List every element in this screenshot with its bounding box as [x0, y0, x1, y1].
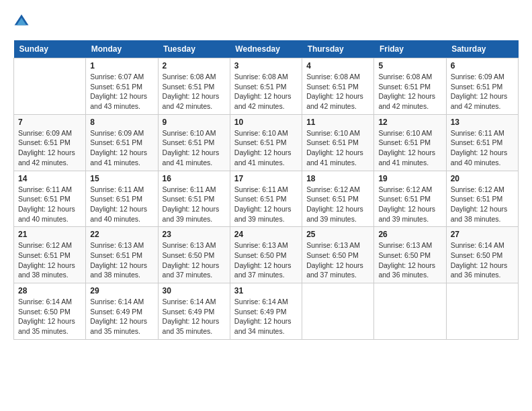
calendar-cell: 12Sunrise: 6:10 AMSunset: 6:51 PMDayligh… — [374, 114, 446, 171]
day-info: Sunrise: 6:11 AMSunset: 6:51 PMDaylight:… — [451, 128, 514, 168]
calendar-cell: 25Sunrise: 6:13 AMSunset: 6:50 PMDayligh… — [302, 227, 374, 283]
logo — [13, 13, 31, 30]
day-info: Sunrise: 6:10 AMSunset: 6:51 PMDaylight:… — [306, 128, 369, 168]
calendar-cell: 8Sunrise: 6:09 AMSunset: 6:51 PMDaylight… — [86, 114, 158, 171]
day-number: 20 — [451, 174, 514, 183]
day-info: Sunrise: 6:14 AMSunset: 6:50 PMDaylight:… — [18, 297, 81, 336]
day-info: Sunrise: 6:14 AMSunset: 6:50 PMDaylight:… — [451, 240, 514, 280]
day-number: 18 — [306, 174, 369, 183]
calendar-cell: 20Sunrise: 6:12 AMSunset: 6:51 PMDayligh… — [446, 171, 518, 227]
calendar-cell: 29Sunrise: 6:14 AMSunset: 6:49 PMDayligh… — [86, 283, 158, 340]
day-info: Sunrise: 6:13 AMSunset: 6:50 PMDaylight:… — [378, 240, 441, 280]
calendar-cell: 10Sunrise: 6:10 AMSunset: 6:51 PMDayligh… — [230, 114, 302, 171]
day-info: Sunrise: 6:10 AMSunset: 6:51 PMDaylight:… — [163, 128, 226, 168]
calendar-cell: 31Sunrise: 6:14 AMSunset: 6:49 PMDayligh… — [230, 283, 302, 340]
day-number: 30 — [163, 286, 226, 295]
day-number: 14 — [18, 174, 81, 183]
day-info: Sunrise: 6:08 AMSunset: 6:51 PMDaylight:… — [378, 72, 441, 111]
calendar-week-row: 14Sunrise: 6:11 AMSunset: 6:51 PMDayligh… — [14, 171, 519, 227]
calendar-cell — [446, 283, 518, 340]
day-number: 10 — [234, 118, 298, 127]
calendar-cell: 30Sunrise: 6:14 AMSunset: 6:49 PMDayligh… — [158, 283, 230, 340]
day-info: Sunrise: 6:13 AMSunset: 6:50 PMDaylight:… — [163, 240, 226, 280]
calendar-cell: 7Sunrise: 6:09 AMSunset: 6:51 PMDaylight… — [14, 114, 86, 171]
calendar-day-header: Friday — [374, 40, 446, 58]
calendar-day-header: Wednesday — [230, 40, 302, 58]
calendar-cell: 24Sunrise: 6:13 AMSunset: 6:50 PMDayligh… — [230, 227, 302, 283]
calendar-cell: 6Sunrise: 6:09 AMSunset: 6:51 PMDaylight… — [446, 58, 518, 115]
calendar-cell: 17Sunrise: 6:11 AMSunset: 6:51 PMDayligh… — [230, 171, 302, 227]
calendar-cell: 23Sunrise: 6:13 AMSunset: 6:50 PMDayligh… — [158, 227, 230, 283]
calendar-day-header: Thursday — [302, 40, 374, 58]
day-info: Sunrise: 6:10 AMSunset: 6:51 PMDaylight:… — [378, 128, 441, 168]
day-info: Sunrise: 6:10 AMSunset: 6:51 PMDaylight:… — [234, 128, 298, 168]
day-number: 17 — [234, 174, 298, 183]
day-number: 2 — [163, 61, 226, 71]
calendar-cell: 4Sunrise: 6:08 AMSunset: 6:51 PMDaylight… — [302, 58, 374, 115]
calendar-day-header: Tuesday — [158, 40, 230, 58]
day-info: Sunrise: 6:08 AMSunset: 6:51 PMDaylight:… — [163, 72, 226, 111]
calendar-cell: 5Sunrise: 6:08 AMSunset: 6:51 PMDaylight… — [374, 58, 446, 115]
day-number: 12 — [378, 118, 441, 127]
day-info: Sunrise: 6:13 AMSunset: 6:50 PMDaylight:… — [306, 240, 369, 280]
day-number: 16 — [163, 174, 226, 183]
day-info: Sunrise: 6:12 AMSunset: 6:51 PMDaylight:… — [306, 185, 369, 224]
calendar-cell: 3Sunrise: 6:08 AMSunset: 6:51 PMDaylight… — [230, 58, 302, 115]
day-number: 28 — [18, 286, 81, 295]
day-number: 29 — [90, 286, 153, 295]
day-number: 26 — [378, 230, 441, 239]
calendar-cell: 13Sunrise: 6:11 AMSunset: 6:51 PMDayligh… — [446, 114, 518, 171]
calendar-cell: 11Sunrise: 6:10 AMSunset: 6:51 PMDayligh… — [302, 114, 374, 171]
calendar-week-row: 1Sunrise: 6:07 AMSunset: 6:51 PMDaylight… — [14, 58, 519, 115]
calendar-day-header: Sunday — [14, 40, 86, 58]
day-info: Sunrise: 6:12 AMSunset: 6:51 PMDaylight:… — [378, 185, 441, 224]
calendar-cell — [374, 283, 446, 340]
calendar-cell: 22Sunrise: 6:13 AMSunset: 6:51 PMDayligh… — [86, 227, 158, 283]
day-info: Sunrise: 6:14 AMSunset: 6:49 PMDaylight:… — [234, 297, 298, 336]
calendar-cell: 1Sunrise: 6:07 AMSunset: 6:51 PMDaylight… — [86, 58, 158, 115]
day-number: 9 — [163, 118, 226, 127]
calendar-cell: 26Sunrise: 6:13 AMSunset: 6:50 PMDayligh… — [374, 227, 446, 283]
day-number: 21 — [18, 230, 81, 239]
calendar-cell: 14Sunrise: 6:11 AMSunset: 6:51 PMDayligh… — [14, 171, 86, 227]
day-number: 8 — [90, 118, 153, 127]
calendar-day-header: Monday — [86, 40, 158, 58]
calendar-cell: 2Sunrise: 6:08 AMSunset: 6:51 PMDaylight… — [158, 58, 230, 115]
day-info: Sunrise: 6:11 AMSunset: 6:51 PMDaylight:… — [234, 185, 298, 224]
day-number: 15 — [90, 174, 153, 183]
day-number: 25 — [306, 230, 369, 239]
calendar-cell: 21Sunrise: 6:12 AMSunset: 6:51 PMDayligh… — [14, 227, 86, 283]
calendar-cell: 15Sunrise: 6:11 AMSunset: 6:51 PMDayligh… — [86, 171, 158, 227]
day-info: Sunrise: 6:14 AMSunset: 6:49 PMDaylight:… — [90, 297, 153, 336]
day-info: Sunrise: 6:12 AMSunset: 6:51 PMDaylight:… — [451, 185, 514, 224]
day-info: Sunrise: 6:09 AMSunset: 6:51 PMDaylight:… — [18, 128, 81, 168]
logo-icon — [13, 13, 30, 30]
day-number: 19 — [378, 174, 441, 183]
day-number: 6 — [451, 61, 514, 71]
day-number: 24 — [234, 230, 298, 239]
day-number: 23 — [163, 230, 226, 239]
day-info: Sunrise: 6:13 AMSunset: 6:51 PMDaylight:… — [90, 240, 153, 280]
calendar-table: SundayMondayTuesdayWednesdayThursdayFrid… — [13, 40, 519, 340]
day-number: 5 — [378, 61, 441, 71]
day-info: Sunrise: 6:13 AMSunset: 6:50 PMDaylight:… — [234, 240, 298, 280]
calendar-day-header: Saturday — [446, 40, 518, 58]
day-number: 22 — [90, 230, 153, 239]
day-number: 11 — [306, 118, 369, 127]
calendar-header-row: SundayMondayTuesdayWednesdayThursdayFrid… — [14, 40, 519, 58]
day-number: 27 — [451, 230, 514, 239]
day-info: Sunrise: 6:11 AMSunset: 6:51 PMDaylight:… — [90, 185, 153, 224]
day-number: 1 — [90, 61, 153, 71]
day-info: Sunrise: 6:11 AMSunset: 6:51 PMDaylight:… — [18, 185, 81, 224]
day-number: 3 — [234, 61, 298, 71]
day-info: Sunrise: 6:08 AMSunset: 6:51 PMDaylight:… — [306, 72, 369, 111]
day-number: 13 — [451, 118, 514, 127]
calendar-cell — [302, 283, 374, 340]
day-info: Sunrise: 6:11 AMSunset: 6:51 PMDaylight:… — [163, 185, 226, 224]
calendar-cell: 9Sunrise: 6:10 AMSunset: 6:51 PMDaylight… — [158, 114, 230, 171]
calendar-cell: 18Sunrise: 6:12 AMSunset: 6:51 PMDayligh… — [302, 171, 374, 227]
page-header — [13, 13, 519, 30]
calendar-cell: 16Sunrise: 6:11 AMSunset: 6:51 PMDayligh… — [158, 171, 230, 227]
calendar-cell: 19Sunrise: 6:12 AMSunset: 6:51 PMDayligh… — [374, 171, 446, 227]
calendar-week-row: 7Sunrise: 6:09 AMSunset: 6:51 PMDaylight… — [14, 114, 519, 171]
